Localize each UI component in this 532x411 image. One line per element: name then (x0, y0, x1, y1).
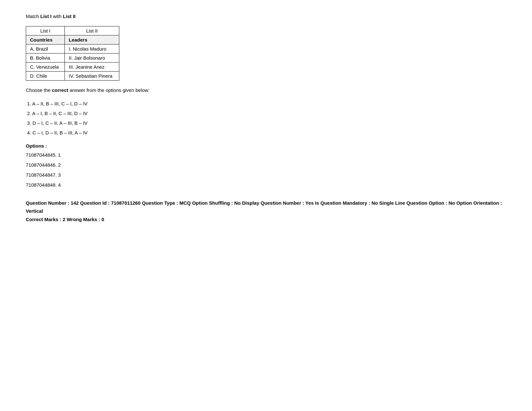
table-row: C. VenezuelaIII. Jeanine Anez (26, 62, 119, 71)
table-cell-leader: I. Nicolas Maduro (65, 44, 119, 53)
instruction-prefix: Match (26, 14, 40, 19)
table-cell-country: D. Chile (26, 71, 65, 80)
list1-bold: List I (40, 14, 52, 19)
table-header-col1: List I (26, 26, 65, 35)
option-item-2: 2. A – I, B – II, C – III, D – IV (26, 110, 506, 117)
option-item-4: 4. C – I, D – II, B – III, A – IV (26, 129, 506, 137)
list2-bold: List II (63, 14, 75, 19)
option-id-4: 71087044848. 4 (26, 181, 506, 189)
subheader-col2: Leaders (65, 35, 119, 44)
table-cell-leader: III. Jeanine Anez (65, 62, 119, 71)
table-subheader-row: Countries Leaders (26, 35, 119, 44)
question-meta: Question Number : 142 Question Id : 7108… (26, 199, 506, 224)
table-cell-country: C. Venezuela (26, 62, 65, 71)
table-row: A. BrazilI. Nicolas Maduro (26, 44, 119, 53)
table-cell-country: A. Brazil (26, 44, 65, 53)
table-cell-leader: IV. Sebastian Pinera (65, 71, 119, 80)
choose-suffix: answer from the options given below: (68, 87, 150, 93)
option-id-2: 71087044846. 2 (26, 161, 506, 169)
options-list: 1. A – II, B – III, C – I, D – IV2. A – … (26, 100, 506, 137)
instruction-middle: with (52, 14, 63, 19)
option-id-3: 71087044847. 3 (26, 171, 506, 179)
table-cell-leader: II. Jair Bolsonaro (65, 53, 119, 62)
option-item-3: 3. D – I, C – II, A – III, B – IV (26, 119, 506, 127)
table-row: B. BoliviaII. Jair Bolsonaro (26, 53, 119, 62)
choose-prefix: Choose the (26, 87, 52, 93)
table-header-col2: List II (65, 26, 119, 35)
question-instruction: Match List I with List II (26, 13, 506, 20)
subheader-col1: Countries (26, 35, 65, 44)
choose-bold: correct (52, 87, 68, 93)
option-item-1: 1. A – II, B – III, C – I, D – IV (26, 100, 506, 108)
options-label: Options : (26, 143, 506, 149)
table-cell-country: B. Bolivia (26, 53, 65, 62)
choose-text: Choose the correct answer from the optio… (26, 86, 506, 94)
table-row: D. ChileIV. Sebastian Pinera (26, 71, 119, 80)
option-ids-container: 71087044845. 171087044846. 271087044847.… (26, 151, 506, 189)
match-table: List I List II Countries Leaders A. Braz… (26, 26, 119, 81)
option-id-1: 71087044845. 1 (26, 151, 506, 159)
